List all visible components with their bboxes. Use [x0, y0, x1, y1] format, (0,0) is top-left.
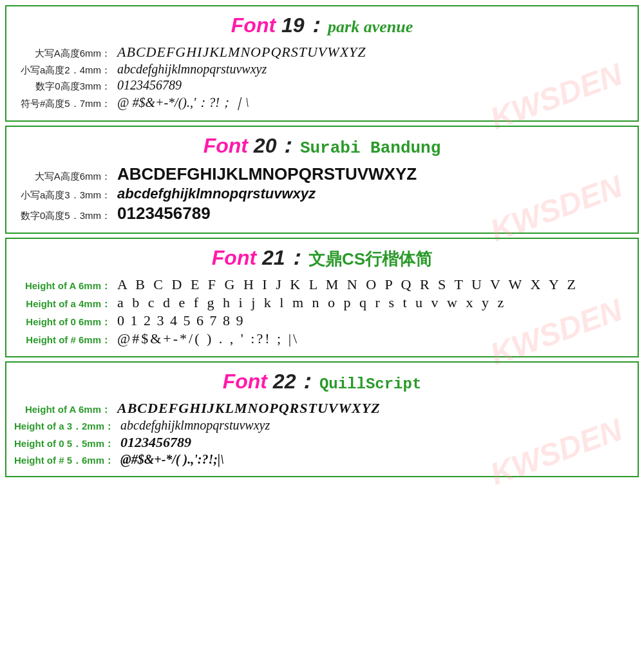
- font21-row-sym: Height of # 6mm： @#$&+-*/( ) . , ' :?! ;…: [14, 330, 630, 347]
- font22-content-sym: @#$&+-*/( ).,':?!;|\: [120, 452, 630, 467]
- font21-content-lower: a b c d e f g h i j k l m n o p q r s t …: [117, 294, 630, 311]
- font19-content-sym: @ #$&+-*/().,'：?!；｜\: [117, 94, 630, 111]
- font21-content-upper: A B C D E F G H I J K L M N O P Q R S T …: [117, 276, 630, 293]
- font21-row-lower: Height of a 4mm： a b c d e f g h i j k l…: [14, 294, 630, 311]
- font22-label-upper: Height of A 6mm：: [14, 404, 117, 416]
- font20-content-num: 0123456789: [117, 204, 630, 223]
- font-word-19: Font: [231, 14, 281, 37]
- font22-section: Font 22： QuillScript Height of A 6mm： AB…: [5, 361, 639, 477]
- font-number-21: 21：: [262, 246, 306, 269]
- font19-label-num: 数字0高度3mm：: [14, 81, 117, 93]
- font21-content-sym: @#$&+-*/( ) . , ' :?! ; |\: [117, 330, 630, 347]
- font20-label-upper: 大写A高度6mm：: [14, 171, 117, 183]
- font19-row-upper: 大写A高度6mm： ABCDEFGHIJKLMNOPQRSTUVWXYZ: [14, 44, 630, 61]
- font19-content-upper: ABCDEFGHIJKLMNOPQRSTUVWXYZ: [117, 44, 630, 61]
- font-word-21: Font: [212, 246, 262, 269]
- font20-title: Font 20： Surabi Bandung: [14, 132, 630, 160]
- font19-label-sym: 符号#高度5．7mm：: [14, 98, 117, 110]
- font20-row-lower: 小写a高度3．3mm： abcdefghijklmnopqrstuvwxyz: [14, 185, 630, 202]
- font22-row-upper: Height of A 6mm： ABCDEFGHIJKLMNOPQRSTUVW…: [14, 400, 630, 417]
- font20-row-upper: 大写A高度6mm： ABCDEFGHIJKLMNOPQRSTUVWXYZ: [14, 164, 630, 184]
- font22-row-lower: Height of a 3．2mm： abcdefghijklmnopqrstu…: [14, 418, 630, 433]
- font19-row-num: 数字0高度3mm： 0123456789: [14, 78, 630, 93]
- font22-content-num: 0123456789: [120, 434, 630, 451]
- font19-row-lower: 小写a高度2．4mm： abcdefghijklmnopqrstuvwxyz: [14, 62, 630, 77]
- font20-label-lower: 小写a高度3．3mm：: [14, 189, 117, 202]
- page: Font 19： park avenue 大写A高度6mm： ABCDEFGHI…: [0, 0, 644, 486]
- font19-section: Font 19： park avenue 大写A高度6mm： ABCDEFGHI…: [5, 5, 639, 122]
- font-name-19: park avenue: [328, 17, 413, 36]
- font22-content-upper: ABCDEFGHIJKLMNOPQRSTUVWXYZ: [117, 400, 630, 417]
- font21-label-sym: Height of # 6mm：: [14, 334, 117, 346]
- font-name-21: 文鼎CS行楷体简: [308, 249, 432, 269]
- font20-label-num: 数字0高度5．3mm：: [14, 210, 117, 222]
- font21-row-upper: Height of A 6mm： A B C D E F G H I J K L…: [14, 276, 630, 293]
- font22-row-num: Height of 0 5．5mm： 0123456789: [14, 434, 630, 451]
- font-name-22: QuillScript: [319, 375, 421, 393]
- font22-row-sym: Height of # 5．6mm： @#$&+-*/( ).,':?!;|\: [14, 452, 630, 467]
- font22-content-lower: abcdefghijklmnopqrstuvwxyz: [120, 418, 630, 433]
- font21-label-lower: Height of a 4mm：: [14, 298, 117, 310]
- font-number-19: 19：: [281, 14, 325, 37]
- font20-content-upper: ABCDEFGHIJKLMNOPQRSTUVWXYZ: [117, 164, 630, 184]
- font-number-20: 20：: [254, 134, 298, 157]
- font22-title: Font 22： QuillScript: [14, 368, 630, 396]
- font21-content-num: 0 1 2 3 4 5 6 7 8 9: [117, 312, 630, 329]
- font22-label-num: Height of 0 5．5mm：: [14, 438, 120, 450]
- font19-label-upper: 大写A高度6mm：: [14, 48, 117, 60]
- font19-content-num: 0123456789: [117, 78, 630, 93]
- font-word-22: Font: [223, 370, 273, 393]
- font21-label-num: Height of 0 6mm：: [14, 316, 117, 328]
- font20-section: Font 20： Surabi Bandung 大写A高度6mm： ABCDEF…: [5, 126, 639, 234]
- font22-label-lower: Height of a 3．2mm：: [14, 421, 120, 433]
- font19-label-lower: 小写a高度2．4mm：: [14, 64, 117, 77]
- font19-title: Font 19： park avenue: [14, 12, 630, 40]
- font21-section: Font 21： 文鼎CS行楷体简 Height of A 6mm： A B C…: [5, 238, 639, 357]
- font19-content-lower: abcdefghijklmnopqrstuvwxyz: [117, 62, 630, 77]
- font22-label-sym: Height of # 5．6mm：: [14, 455, 120, 467]
- font-number-22: 22：: [273, 370, 317, 393]
- font21-label-upper: Height of A 6mm：: [14, 280, 117, 292]
- font19-row-sym: 符号#高度5．7mm： @ #$&+-*/().,'：?!；｜\: [14, 94, 630, 111]
- font21-title: Font 21： 文鼎CS行楷体简: [14, 244, 630, 272]
- font21-row-num: Height of 0 6mm： 0 1 2 3 4 5 6 7 8 9: [14, 312, 630, 329]
- font20-content-lower: abcdefghijklmnopqrstuvwxyz: [117, 185, 630, 202]
- font-name-20: Surabi Bandung: [300, 138, 440, 158]
- font20-row-num: 数字0高度5．3mm： 0123456789: [14, 204, 630, 223]
- font-word-20: Font: [204, 134, 254, 157]
